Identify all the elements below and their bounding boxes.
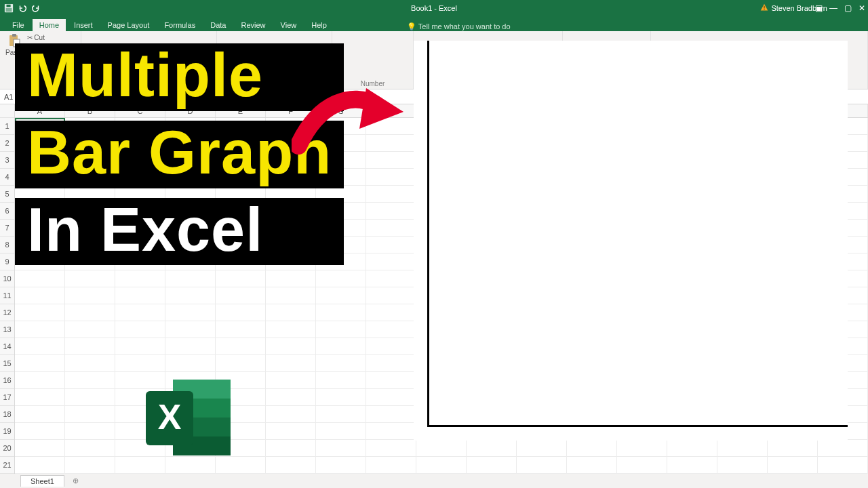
tab-data[interactable]: Data — [203, 19, 233, 31]
tell-me[interactable]: 💡 Tell me what you want to do — [407, 22, 511, 31]
row-header[interactable]: 15 — [0, 355, 14, 372]
excel-logo-icon: X — [142, 376, 237, 461]
row-header[interactable]: 4 — [0, 169, 14, 186]
row-header[interactable]: 7 — [0, 220, 14, 237]
tab-formulas[interactable]: Formulas — [157, 19, 202, 31]
row-header[interactable]: 8 — [0, 237, 14, 253]
row-header[interactable]: 1 — [0, 118, 14, 135]
row-header[interactable]: 9 — [0, 253, 14, 270]
row-header[interactable]: 5 — [0, 186, 14, 203]
window-buttons: ▣ — ▢ ✕ — [815, 3, 865, 13]
row-headers[interactable]: 123456789101112131415161718192021 — [0, 104, 15, 473]
x-axis — [427, 425, 848, 427]
tab-home[interactable]: Home — [33, 19, 66, 31]
undo-icon[interactable] — [18, 3, 27, 13]
tab-file[interactable]: File — [5, 19, 31, 31]
ribbon-group-number: Number — [332, 31, 414, 89]
row-header[interactable]: 14 — [0, 338, 14, 355]
chart-bars — [427, 41, 848, 425]
sheet-tab-1[interactable]: Sheet1 — [20, 475, 64, 487]
row-header[interactable]: 10 — [0, 270, 14, 287]
row-header[interactable]: 21 — [0, 457, 14, 474]
bar-chart — [414, 41, 848, 441]
title-line-3: In Excel — [15, 198, 344, 266]
redo-icon[interactable] — [31, 3, 41, 13]
svg-rect-1 — [7, 5, 11, 7]
tab-view[interactable]: View — [274, 19, 304, 31]
svg-rect-4 — [764, 9, 765, 9]
titlebar: Book1 - Excel Steven Bradburn ▣ — ▢ ✕ — [0, 0, 868, 16]
row-header[interactable]: 12 — [0, 304, 14, 321]
svg-rect-3 — [764, 6, 765, 9]
maximize-icon[interactable]: ▢ — [844, 3, 852, 13]
tab-page-layout[interactable]: Page Layout — [101, 19, 157, 31]
row-header[interactable]: 16 — [0, 372, 14, 389]
lightbulb-icon: 💡 — [407, 22, 416, 30]
close-icon[interactable]: ✕ — [859, 3, 865, 13]
row-header[interactable]: 17 — [0, 389, 14, 406]
ribbon-options-icon[interactable]: ▣ — [815, 3, 823, 13]
quick-access-toolbar — [0, 3, 41, 13]
tab-review[interactable]: Review — [234, 19, 272, 31]
add-sheet-button[interactable]: ⊕ — [67, 476, 84, 485]
row-header[interactable]: 6 — [0, 203, 14, 220]
minimize-icon[interactable]: — — [829, 3, 837, 13]
window-title: Book1 - Excel — [411, 4, 457, 12]
red-arrow-icon — [292, 81, 407, 163]
row-header[interactable]: 2 — [0, 135, 14, 152]
row-header[interactable]: 20 — [0, 440, 14, 457]
row-header[interactable]: 13 — [0, 321, 14, 338]
save-icon[interactable] — [4, 3, 14, 13]
row-header[interactable]: 3 — [0, 152, 14, 169]
row-header[interactable]: 11 — [0, 287, 14, 304]
svg-text:X: X — [158, 397, 182, 436]
ribbon-tabs: File Home Insert Page Layout Formulas Da… — [0, 16, 868, 31]
tab-help[interactable]: Help — [304, 19, 334, 31]
sheet-tabs: Sheet1 ⊕ — [0, 473, 868, 488]
warning-icon — [760, 3, 768, 13]
svg-rect-2 — [6, 8, 12, 12]
cut-button[interactable]: ✂ Cut — [27, 34, 75, 41]
scissors-icon: ✂ — [27, 34, 33, 41]
svg-rect-6 — [12, 34, 16, 37]
row-header[interactable]: 18 — [0, 406, 14, 423]
row-header[interactable]: 19 — [0, 423, 14, 440]
tab-insert[interactable]: Insert — [67, 19, 100, 31]
